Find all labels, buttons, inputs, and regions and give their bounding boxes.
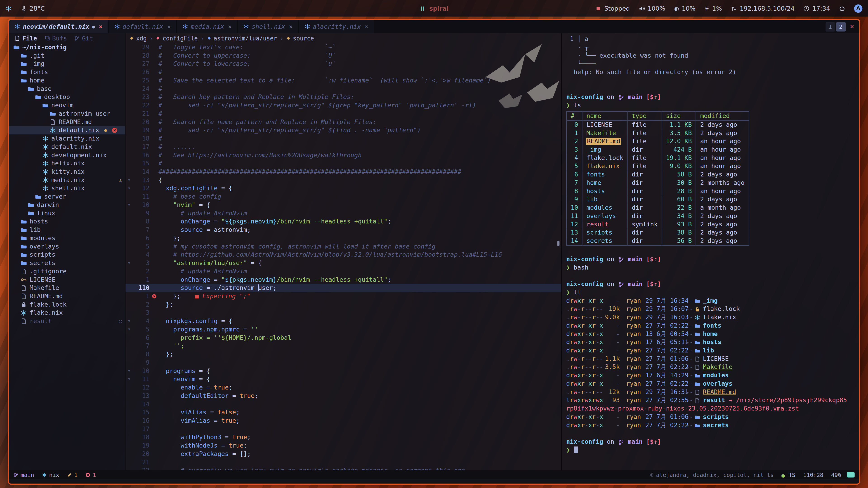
fold-marker[interactable] bbox=[125, 275, 133, 284]
fold-marker[interactable] bbox=[125, 43, 133, 52]
tree-item[interactable]: lib bbox=[9, 226, 125, 234]
fold-marker[interactable] bbox=[125, 151, 133, 160]
tree-item[interactable]: development.nix bbox=[9, 151, 125, 160]
tree-item[interactable]: modules bbox=[9, 234, 125, 242]
tree-item[interactable]: desktop bbox=[9, 93, 125, 101]
tree-item[interactable]: secrets bbox=[9, 259, 125, 267]
fold-marker[interactable] bbox=[125, 450, 133, 458]
tree-item[interactable]: flake.lock bbox=[9, 300, 125, 309]
tree-item[interactable]: home bbox=[9, 76, 125, 85]
fold-marker[interactable] bbox=[125, 118, 133, 126]
fold-marker[interactable] bbox=[125, 193, 133, 201]
fold-marker[interactable] bbox=[125, 350, 133, 359]
explorer-tab-git[interactable]: Git bbox=[74, 35, 93, 42]
tree-item[interactable]: helix.nix bbox=[9, 159, 125, 168]
fold-marker[interactable] bbox=[125, 109, 133, 118]
close-icon[interactable]: × bbox=[850, 23, 854, 30]
fold-marker[interactable] bbox=[125, 143, 133, 151]
tree-item[interactable]: LICENSE bbox=[9, 275, 125, 284]
explorer-tab-file[interactable]: File bbox=[14, 35, 37, 42]
fold-marker[interactable] bbox=[125, 342, 133, 350]
disk-widget[interactable]: ◐10% bbox=[674, 5, 695, 12]
fold-marker[interactable]: ▾ bbox=[125, 325, 133, 334]
tree-item[interactable]: media.nix⚠ bbox=[9, 176, 125, 184]
tree-item[interactable]: linux bbox=[9, 209, 125, 218]
fold-marker[interactable] bbox=[125, 334, 133, 342]
fold-marker[interactable] bbox=[125, 309, 133, 317]
tree-item[interactable]: .gitignore bbox=[9, 267, 125, 275]
fold-marker[interactable] bbox=[125, 425, 133, 433]
fold-marker[interactable] bbox=[125, 234, 133, 242]
fold-marker[interactable]: ▾ bbox=[125, 259, 133, 267]
breadcrumb-item[interactable]: xdg bbox=[129, 35, 147, 41]
fold-marker[interactable] bbox=[125, 217, 133, 226]
fold-marker[interactable] bbox=[125, 226, 133, 234]
fold-marker[interactable] bbox=[125, 383, 133, 392]
fold-marker[interactable]: ▾ bbox=[125, 375, 133, 383]
buffer-tab[interactable]: default.nix× bbox=[108, 20, 177, 33]
buffer-tab[interactable]: shell.nix× bbox=[238, 20, 299, 33]
fold-marker[interactable] bbox=[125, 417, 133, 425]
network-widget[interactable]: 192.168.5.100/24 bbox=[731, 5, 795, 12]
tree-item[interactable]: README.md bbox=[9, 118, 125, 126]
tree-item[interactable]: README.md bbox=[9, 292, 125, 300]
close-tab-icon[interactable]: × bbox=[228, 23, 232, 30]
breadcrumb-item[interactable]: configFile bbox=[156, 35, 198, 41]
scrollbar-indicator[interactable] bbox=[557, 240, 559, 246]
tree-item[interactable]: hosts bbox=[9, 217, 125, 226]
buffer-tab[interactable]: neovim/default.nix●× bbox=[9, 20, 108, 33]
fold-marker[interactable] bbox=[125, 93, 133, 101]
fold-marker[interactable] bbox=[125, 466, 133, 470]
tree-item[interactable]: kitty.nix bbox=[9, 168, 125, 176]
fold-marker[interactable]: ▾ bbox=[125, 176, 133, 184]
tabpage-1[interactable]: 1 bbox=[826, 22, 835, 31]
fold-marker[interactable] bbox=[125, 359, 133, 367]
user-avatar[interactable]: A bbox=[854, 4, 862, 12]
fold-marker[interactable] bbox=[125, 408, 133, 417]
tree-item[interactable]: _img bbox=[9, 60, 125, 68]
explorer-tab-bufs[interactable]: Bufs bbox=[44, 35, 67, 42]
tree-item[interactable]: fonts bbox=[9, 68, 125, 76]
tree-item[interactable]: ~/nix-config bbox=[9, 43, 125, 52]
fold-marker[interactable] bbox=[125, 209, 133, 218]
fold-marker[interactable] bbox=[125, 392, 133, 400]
close-tab-icon[interactable]: × bbox=[167, 23, 170, 30]
tree-item[interactable]: base bbox=[9, 85, 125, 93]
fold-marker[interactable] bbox=[125, 400, 133, 409]
fold-marker[interactable] bbox=[125, 458, 133, 466]
tree-item[interactable]: default.nix bbox=[9, 143, 125, 151]
fold-marker[interactable] bbox=[125, 85, 133, 93]
close-tab-icon[interactable]: × bbox=[289, 23, 292, 30]
temperature-widget[interactable]: 28°C bbox=[21, 5, 45, 12]
tree-item[interactable]: Makefile bbox=[9, 284, 125, 292]
close-tab-icon[interactable]: × bbox=[99, 23, 102, 30]
tree-item[interactable]: neovim bbox=[9, 101, 125, 109]
fold-marker[interactable]: ▾ bbox=[125, 367, 133, 375]
tree-item[interactable]: result○ bbox=[9, 317, 125, 325]
fold-marker[interactable] bbox=[125, 76, 133, 85]
fold-marker[interactable] bbox=[125, 52, 133, 60]
tree-item[interactable]: darwin bbox=[9, 201, 125, 209]
clock-widget[interactable]: 17:34 bbox=[803, 5, 830, 12]
editor-buffer[interactable]: 29# Toggle text's case: `~`28# Convert t… bbox=[125, 43, 561, 470]
breadcrumb-item[interactable]: astronvim/lua/user bbox=[207, 35, 277, 41]
breadcrumb-item[interactable]: source bbox=[286, 35, 314, 41]
tree-item[interactable]: flake.nix bbox=[9, 309, 125, 317]
fold-marker[interactable] bbox=[125, 292, 133, 300]
tree-item[interactable]: astronvim_user bbox=[9, 109, 125, 118]
tabpage-2[interactable]: 2 bbox=[836, 22, 846, 31]
fold-marker[interactable] bbox=[125, 126, 133, 134]
tree-item[interactable]: default.nix● bbox=[9, 126, 125, 134]
fold-marker[interactable] bbox=[125, 267, 133, 275]
fold-marker[interactable] bbox=[125, 300, 133, 309]
fold-marker[interactable] bbox=[125, 433, 133, 442]
fold-marker[interactable] bbox=[125, 134, 133, 143]
buffer-tab[interactable]: media.nix× bbox=[177, 20, 238, 33]
tree-item[interactable]: .git bbox=[9, 52, 125, 60]
fold-marker[interactable] bbox=[125, 60, 133, 68]
fold-marker[interactable] bbox=[125, 284, 133, 292]
fold-marker[interactable]: ▾ bbox=[125, 317, 133, 325]
media-status-widget[interactable]: Stopped bbox=[595, 5, 630, 12]
tree-item[interactable]: overlays bbox=[9, 242, 125, 251]
buffer-tab[interactable]: alacritty.nix× bbox=[299, 20, 375, 33]
